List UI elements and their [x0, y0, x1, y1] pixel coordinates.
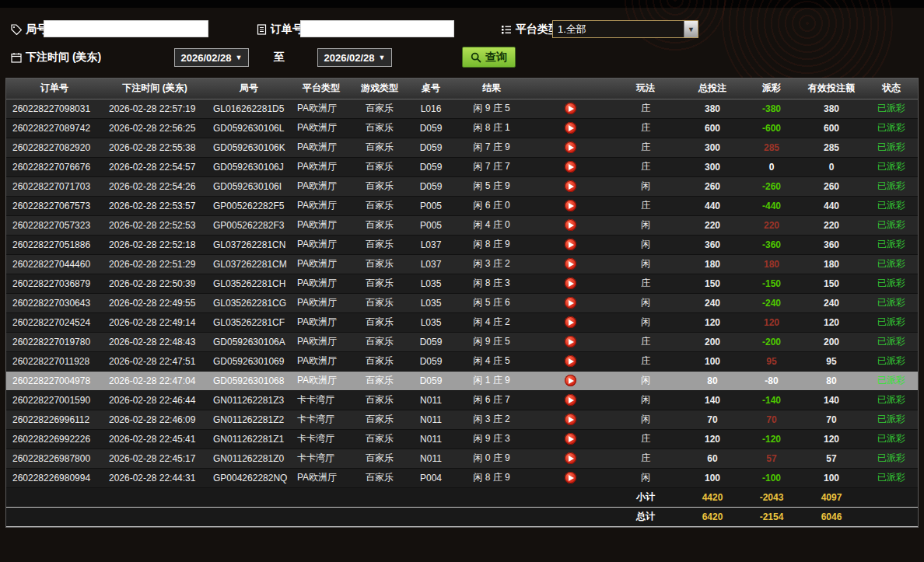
- cell-payout: -80: [745, 371, 798, 390]
- play-video-icon[interactable]: [565, 414, 576, 425]
- play-video-icon[interactable]: [565, 433, 576, 445]
- cell-status: 已派彩: [865, 254, 918, 274]
- query-button[interactable]: 查询: [462, 47, 516, 68]
- cell-game: GN011262281Z0: [207, 449, 291, 468]
- col-header-payout: 派彩: [745, 79, 798, 99]
- play-video-icon[interactable]: [565, 355, 576, 367]
- date-to-picker[interactable]: 2026/02/28▼: [317, 48, 392, 67]
- cell-game: GD0592630106J: [207, 157, 291, 176]
- table-row[interactable]: 2602282270675732026-02-28 22:53:57GP0052…: [6, 196, 918, 215]
- date-from-picker[interactable]: 2026/02/28▼: [174, 48, 249, 67]
- cell-time: 2026-02-28 22:46:44: [103, 390, 207, 410]
- cell-bet: 100: [680, 351, 745, 371]
- tag-icon: [11, 24, 22, 35]
- cell-bet: 220: [680, 215, 745, 235]
- cell-time: 2026-02-28 22:45:17: [103, 449, 207, 468]
- game-no-input[interactable]: [44, 20, 208, 37]
- table-row[interactable]: 2602282269961122026-02-28 22:46:09GN0112…: [6, 410, 918, 429]
- cell-valid: 240: [798, 293, 865, 312]
- table-row[interactable]: 2602282270518862026-02-28 22:52:18GL0372…: [6, 235, 918, 254]
- play-video-icon[interactable]: [565, 122, 576, 134]
- cell-bet: 440: [680, 196, 745, 215]
- table-row[interactable]: 2602282270049782026-02-28 22:47:04GD0592…: [6, 371, 918, 390]
- table-row[interactable]: 2602282270015902026-02-28 22:46:44GN0112…: [6, 390, 918, 410]
- col-header-video: [529, 79, 611, 99]
- platform-type-value: 1.全部: [553, 23, 684, 37]
- play-video-icon[interactable]: [565, 141, 576, 153]
- play-video-icon[interactable]: [565, 278, 576, 289]
- cell-side: 闲: [611, 215, 680, 235]
- table-row[interactable]: 2602282270766762026-02-28 22:54:57GD0592…: [6, 157, 918, 176]
- col-header-result: 结果: [454, 79, 529, 99]
- table-row[interactable]: 2602282270306432026-02-28 22:49:55GL0352…: [6, 293, 918, 312]
- play-video-icon[interactable]: [565, 472, 576, 483]
- cell-game: GD0592630106L: [207, 118, 291, 138]
- cell-status: 已派彩: [865, 176, 918, 196]
- play-video-icon[interactable]: [565, 219, 576, 231]
- cell-tableNo: D059: [408, 332, 454, 351]
- cell-tableNo: P004: [408, 468, 454, 487]
- table-row[interactable]: 2602282270444602026-02-28 22:51:29GL0372…: [6, 254, 918, 274]
- table-row[interactable]: 2602282270119282026-02-28 22:47:51GD0592…: [6, 351, 918, 371]
- play-video-icon[interactable]: [565, 161, 576, 173]
- cell-payout: -140: [745, 390, 798, 410]
- cell-valid: 80: [798, 371, 865, 390]
- chevron-down-icon: ▼: [684, 21, 698, 37]
- table-row[interactable]: 2602282269878002026-02-28 22:45:17GN0112…: [6, 449, 918, 468]
- cell-game: GD05926301069: [207, 351, 291, 371]
- play-video-icon[interactable]: [565, 103, 576, 114]
- table-row[interactable]: 2602282270980312026-02-28 22:57:19GL0162…: [6, 99, 918, 118]
- cell-gtype: 百家乐: [352, 332, 408, 351]
- play-video-icon[interactable]: [565, 200, 576, 211]
- play-video-icon[interactable]: [565, 336, 576, 347]
- cell-result: 闲 6 庄 7: [454, 390, 529, 410]
- cell-order: 260228227098031: [6, 99, 103, 118]
- play-video-icon[interactable]: [565, 180, 576, 192]
- play-video-icon[interactable]: [565, 375, 576, 386]
- cell-status: 已派彩: [865, 449, 918, 468]
- cell-bet: 120: [680, 429, 745, 449]
- play-video-icon[interactable]: [565, 297, 576, 309]
- platform-type-select[interactable]: 1.全部 ▼: [552, 20, 698, 38]
- play-video-icon[interactable]: [565, 452, 576, 464]
- cell-time: 2026-02-28 22:47:51: [103, 351, 207, 371]
- table-row[interactable]: 2602282270573232026-02-28 22:52:53GP0052…: [6, 215, 918, 235]
- cell-result: 闲 4 庄 2: [454, 312, 529, 332]
- cell-valid: 57: [798, 449, 865, 468]
- table-row[interactable]: 2602282270245242026-02-28 22:49:14GL0352…: [6, 312, 918, 332]
- cell-payout: 285: [745, 138, 798, 157]
- table-row[interactable]: 2602282269922262026-02-28 22:45:41GN0112…: [6, 429, 918, 449]
- cell-valid: 180: [798, 254, 865, 274]
- play-video-icon[interactable]: [565, 394, 576, 406]
- cell-video: [529, 410, 611, 429]
- table-row[interactable]: 2602282269809942026-02-28 22:44:31GP0042…: [6, 468, 918, 487]
- table-row[interactable]: 2602282270717032026-02-28 22:54:26GD0592…: [6, 176, 918, 196]
- cell-valid: 0: [798, 157, 865, 176]
- cell-gtype: 百家乐: [352, 449, 408, 468]
- cell-result: 闲 9 庄 5: [454, 99, 529, 118]
- cell-result: 闲 1 庄 9: [454, 371, 529, 390]
- table-row[interactable]: 2602282270197802026-02-28 22:48:43GD0592…: [6, 332, 918, 351]
- cell-side: 庄: [611, 332, 680, 351]
- play-video-icon[interactable]: [565, 258, 576, 270]
- table-row[interactable]: 2602282270829202026-02-28 22:55:38GD0592…: [6, 138, 918, 157]
- cell-tableNo: D059: [408, 176, 454, 196]
- cell-bet: 200: [680, 332, 745, 351]
- table-row[interactable]: 2602282270897422026-02-28 22:56:25GD0592…: [6, 118, 918, 138]
- cell-result: 闲 4 庄 5: [454, 351, 529, 371]
- cell-gtype: 百家乐: [352, 468, 408, 487]
- order-no-input[interactable]: [300, 20, 454, 37]
- play-video-icon[interactable]: [565, 316, 576, 328]
- cell-result: 闲 8 庄 9: [454, 468, 529, 487]
- play-video-icon[interactable]: [565, 239, 576, 250]
- col-header-game: 局号: [207, 79, 291, 99]
- cell-payout: -260: [745, 176, 798, 196]
- cell-bet: 300: [680, 138, 745, 157]
- platform-type-label: 平台类型: [501, 23, 559, 37]
- cell-video: [529, 449, 611, 468]
- cell-video: [529, 235, 611, 254]
- cell-platform: PA欧洲厅: [291, 351, 352, 371]
- chevron-down-icon: ▼: [236, 54, 243, 61]
- table-row[interactable]: 2602282270368792026-02-28 22:50:39GL0352…: [6, 274, 918, 293]
- top-strip: [0, 0, 924, 8]
